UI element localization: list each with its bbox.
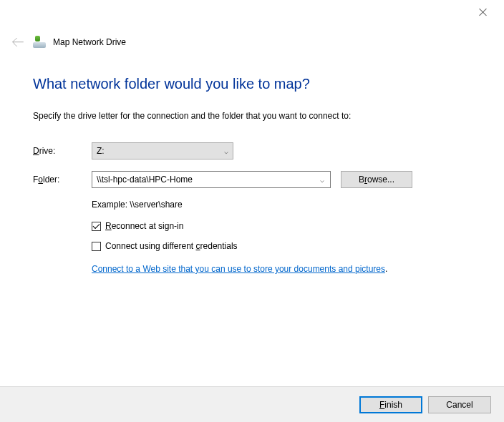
cancel-button[interactable]: Cancel	[428, 396, 491, 413]
folder-combobox[interactable]: ⌵	[92, 171, 331, 188]
network-drive-icon	[33, 36, 46, 48]
chevron-down-icon: ⌵	[224, 147, 228, 155]
close-icon[interactable]	[478, 7, 488, 17]
link-period: .	[385, 264, 387, 274]
drive-select-value: Z:	[97, 146, 105, 156]
finish-button[interactable]: Finish	[359, 396, 422, 413]
back-icon: 🡠	[10, 34, 26, 50]
page-heading: What network folder would you like to ma…	[33, 76, 483, 92]
subheading: Specify the drive letter for the connect…	[33, 111, 483, 121]
folder-label: Folder:	[33, 175, 92, 185]
web-storage-link[interactable]: Connect to a Web site that you can use t…	[92, 264, 385, 274]
reconnect-label: Reconnect at sign-in	[105, 221, 183, 231]
example-text: Example: \\server\share	[92, 200, 483, 210]
drive-select[interactable]: Z: ⌵	[92, 142, 233, 160]
credentials-checkbox[interactable]	[92, 242, 101, 251]
reconnect-checkbox[interactable]	[92, 222, 101, 231]
window-title: Map Network Drive	[53, 37, 126, 47]
chevron-down-icon[interactable]: ⌵	[314, 176, 330, 184]
folder-input[interactable]	[92, 175, 314, 185]
browse-button[interactable]: Browse...	[341, 171, 412, 188]
credentials-label: Connect using different credentials	[105, 241, 238, 251]
drive-label: Drive:	[33, 146, 92, 156]
